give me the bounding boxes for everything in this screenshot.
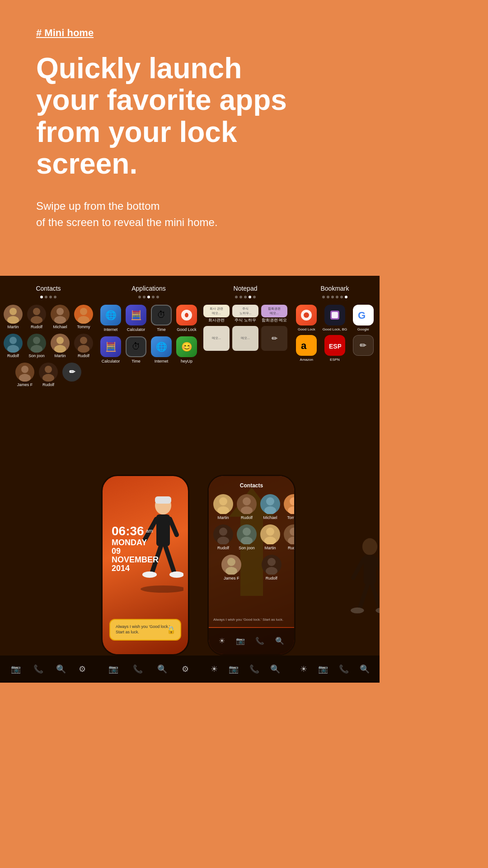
- dots-applications: [138, 296, 159, 298]
- contact-item[interactable]: Martin: [4, 305, 23, 329]
- bookmark-amazon[interactable]: a Amazon: [294, 335, 319, 362]
- bookmark-icon: a: [296, 335, 317, 356]
- app-item-time[interactable]: ⏱ Time: [151, 305, 172, 332]
- cp-item-sonjoon[interactable]: Son joon: [237, 524, 257, 550]
- bookmark-espn[interactable]: ESPN ESPN: [323, 335, 347, 362]
- cp-avatar: [284, 494, 296, 514]
- notepad-item-3[interactable]: 함회권련메모... 함회권련 메모: [261, 305, 287, 323]
- phone-icon[interactable]: 📞: [33, 664, 43, 674]
- contacts-overlay: Contacts Martin: [209, 476, 294, 627]
- app-item-goodlock[interactable]: Good Lock: [176, 305, 197, 332]
- edit-item[interactable]: ✏: [62, 363, 81, 387]
- phone-icon[interactable]: 📞: [249, 664, 259, 674]
- panel-notepad: Notepad 회사 관련메모... 회사관련 주식노하우...: [201, 276, 290, 683]
- search-icon[interactable]: 🔍: [275, 637, 284, 645]
- notepad-item-5[interactable]: 메모...: [232, 326, 258, 351]
- contact-name: Tommy: [77, 325, 90, 329]
- search-icon[interactable]: 🔍: [157, 664, 167, 674]
- cp-avatar: [237, 494, 257, 514]
- panel-applications: Applications 🌐 Internet 🧮 Calculator ⏱ T…: [97, 276, 201, 683]
- phone-icon[interactable]: 📞: [133, 664, 143, 674]
- svg-point-47: [288, 537, 296, 544]
- cp-item-rudolf4[interactable]: Rudolf: [262, 555, 282, 580]
- app-item-internet[interactable]: 🌐 Internet: [100, 305, 121, 332]
- svg-point-65: [351, 607, 364, 613]
- date-text: 09: [112, 547, 121, 556]
- notepad-label: 함회권련 메모: [262, 317, 287, 323]
- cp-item-jamesf[interactable]: James F: [221, 555, 241, 580]
- notepad-item-1[interactable]: 회사 관련메모... 회사관련: [203, 305, 230, 323]
- bookmark-name: Google: [357, 327, 369, 331]
- day-text: MONDAY: [112, 538, 147, 547]
- svg-point-5: [54, 316, 66, 324]
- app-item-time2[interactable]: ⏱ Time: [126, 336, 146, 363]
- bookmark-name: Amazon: [300, 358, 313, 362]
- camera-icon[interactable]: 📷: [108, 664, 118, 674]
- contact-item[interactable]: James F: [15, 363, 34, 387]
- contact-item[interactable]: Rudolf: [27, 305, 46, 329]
- settings-icon[interactable]: ⚙: [79, 664, 86, 674]
- avatar: [74, 334, 93, 353]
- app-item-calculator[interactable]: 🧮 Calculator: [126, 305, 146, 332]
- camera-icon[interactable]: 📷: [229, 664, 239, 674]
- notif-text: Always I wish you 'Good lock.' Start as …: [116, 624, 175, 635]
- notepad-row-1: 회사 관련메모... 회사관련 주식노하우... 주식 노하우 함회권련메모..…: [203, 305, 287, 323]
- cp-item-martin[interactable]: Martin: [213, 494, 233, 520]
- brightness-icon[interactable]: ☀: [211, 664, 218, 674]
- contact-item[interactable]: Rudolf: [4, 334, 23, 358]
- camera-icon[interactable]: 📷: [11, 664, 21, 674]
- cp-item-martin2[interactable]: Martin: [260, 524, 280, 550]
- contact-item[interactable]: Tommy: [74, 305, 93, 329]
- contact-item[interactable]: Rudolf: [74, 334, 93, 358]
- subtitle-line2: of the screen to reveal the mini home.: [36, 216, 218, 228]
- svg-point-46: [290, 528, 296, 536]
- contact-item[interactable]: Michael: [51, 305, 70, 329]
- notepad-item-2[interactable]: 주식노하우... 주식 노하우: [232, 305, 258, 323]
- svg-point-9: [7, 345, 19, 353]
- bookmark-goodlock-bg[interactable]: Good Lock, BG: [323, 305, 347, 331]
- app-item-calculator2[interactable]: 🧮 Calculator: [100, 336, 121, 363]
- cp-item-rudolf2[interactable]: Rudolf: [213, 524, 233, 550]
- search-icon[interactable]: 🔍: [270, 664, 280, 674]
- notepad-item-4[interactable]: 메모...: [203, 326, 230, 351]
- contact-item[interactable]: Martin: [51, 334, 70, 358]
- notepad-edit[interactable]: ✏: [261, 326, 287, 351]
- dots-notepad: [235, 296, 256, 298]
- app-item-heyup[interactable]: 😊 heyUp: [176, 336, 197, 363]
- svg-point-38: [290, 497, 296, 505]
- phone-icon[interactable]: 📞: [255, 637, 264, 645]
- svg-line-25: [170, 519, 177, 535]
- app-name: Internet: [155, 359, 169, 363]
- bookmark-google[interactable]: G Google: [351, 305, 375, 331]
- svg-point-14: [80, 337, 87, 344]
- left-phone-mockup: 06:36 am MONDAY 09 NOVEMBER 2014 Always …: [101, 475, 189, 656]
- svg-point-6: [80, 308, 87, 315]
- app-item-internet2[interactable]: 🌐 Internet: [151, 336, 172, 363]
- bookmark-edit[interactable]: ✏: [351, 335, 375, 362]
- phone-icon[interactable]: 📞: [339, 664, 349, 674]
- svg-text:G: G: [358, 310, 366, 321]
- brightness-icon[interactable]: ☀: [219, 637, 225, 645]
- time-text: 06:36: [112, 524, 144, 538]
- camera-icon[interactable]: 📷: [318, 664, 328, 674]
- cp-item-michael[interactable]: Michael: [260, 494, 280, 520]
- settings-icon[interactable]: ⚙: [182, 664, 189, 674]
- cp-name: Martin: [264, 546, 276, 550]
- main-headline: Quickly launch your favorite apps from y…: [36, 52, 343, 180]
- camera-icon[interactable]: 📷: [236, 637, 245, 645]
- dot: [340, 296, 343, 298]
- dot: [147, 296, 150, 298]
- cp-avatar: [262, 555, 282, 575]
- cp-item-rudolf[interactable]: Rudolf: [237, 494, 257, 520]
- contact-item[interactable]: Son joon: [27, 334, 46, 358]
- lock-time-value: 06:36 am: [112, 524, 159, 538]
- cp-item-tommy[interactable]: Tommy: [284, 494, 296, 520]
- brightness-icon[interactable]: ☀: [300, 664, 307, 674]
- ampm-text: am: [146, 528, 153, 533]
- search-icon[interactable]: 🔍: [56, 664, 66, 674]
- right-notif-text: Always I wish you 'Good lock.' Start as …: [213, 618, 290, 622]
- bookmark-goodlock[interactable]: Good Lock: [294, 305, 319, 331]
- search-icon[interactable]: 🔍: [360, 664, 370, 674]
- cp-item-rudolf3[interactable]: Rudolf: [284, 524, 296, 550]
- contact-item[interactable]: Rudolf: [39, 363, 58, 387]
